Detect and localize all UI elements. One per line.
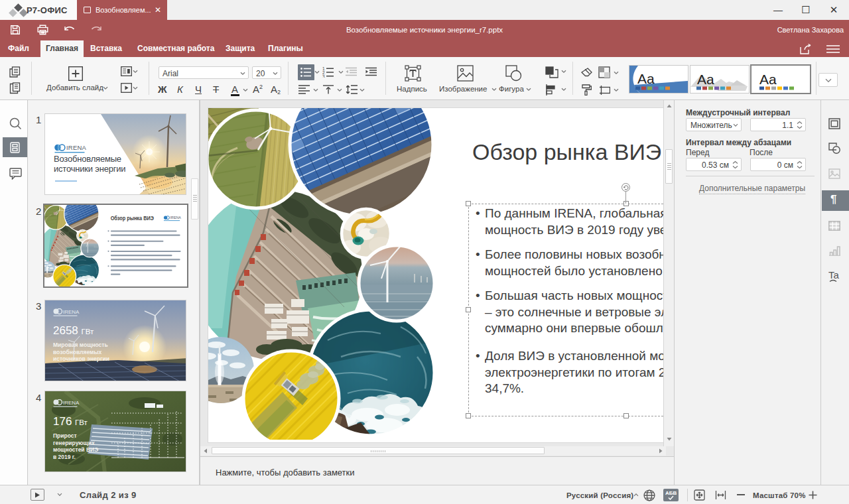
svg-text:IRENA: IRENA: [66, 144, 86, 151]
svg-text:Ta: Ta: [828, 270, 840, 281]
svg-text:Aa: Aa: [637, 71, 655, 86]
svg-text:IRENA: IRENA: [63, 309, 80, 315]
svg-text:3: 3: [322, 74, 325, 78]
svg-text:IRENA: IRENA: [170, 216, 182, 220]
svg-text:IRENA: IRENA: [63, 400, 80, 406]
svg-text:Aa: Aa: [697, 72, 714, 87]
svg-text:Обзор рынка ВИЭ: Обзор рынка ВИЭ: [111, 215, 154, 221]
svg-text:Aa: Aa: [759, 72, 777, 87]
